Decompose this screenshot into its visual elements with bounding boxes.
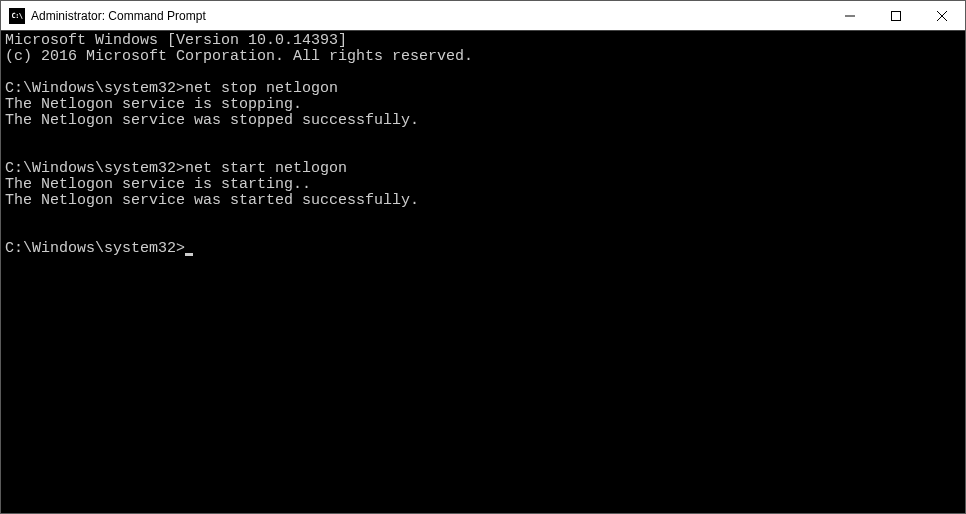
terminal-line [5, 145, 961, 161]
close-button[interactable] [919, 1, 965, 30]
terminal-line [5, 129, 961, 145]
terminal-line [5, 209, 961, 225]
maximize-button[interactable] [873, 1, 919, 30]
terminal-line [5, 225, 961, 241]
terminal-line: The Netlogon service was started success… [5, 193, 961, 209]
terminal-line: C:\Windows\system32> [5, 241, 961, 257]
window-controls [827, 1, 965, 30]
minimize-icon [845, 11, 855, 21]
cursor [185, 253, 193, 256]
minimize-button[interactable] [827, 1, 873, 30]
titlebar: C:\ Administrator: Command Prompt [1, 1, 965, 31]
terminal-area[interactable]: Microsoft Windows [Version 10.0.14393](c… [1, 31, 965, 513]
terminal-line: Microsoft Windows [Version 10.0.14393] [5, 33, 961, 49]
cmd-icon-glyph: C:\ [11, 12, 22, 20]
terminal-line: C:\Windows\system32>net start netlogon [5, 161, 961, 177]
terminal-line: (c) 2016 Microsoft Corporation. All righ… [5, 49, 961, 65]
cmd-icon: C:\ [9, 8, 25, 24]
maximize-icon [891, 11, 901, 21]
terminal-line: The Netlogon service is stopping. [5, 97, 961, 113]
terminal-line: The Netlogon service is starting.. [5, 177, 961, 193]
terminal-line [5, 65, 961, 81]
window-title: Administrator: Command Prompt [31, 9, 827, 23]
terminal-line: The Netlogon service was stopped success… [5, 113, 961, 129]
terminal-line: C:\Windows\system32>net stop netlogon [5, 81, 961, 97]
close-icon [937, 11, 947, 21]
svg-rect-1 [892, 11, 901, 20]
